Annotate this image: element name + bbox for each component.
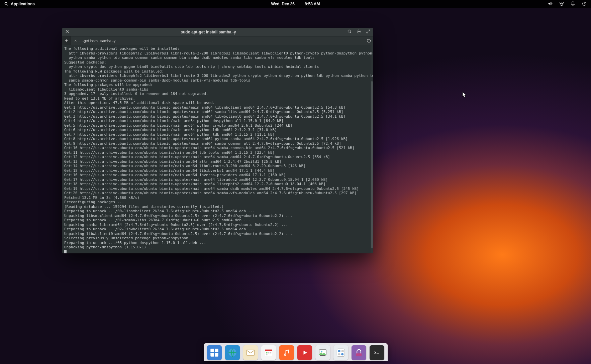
svg-rect-14 [210, 349, 214, 352]
terminal-tabbar: + × ...-get install samba -y [62, 36, 373, 45]
terminal-history-button[interactable] [365, 36, 373, 45]
svg-rect-30 [320, 355, 325, 356]
network-icon[interactable] [559, 1, 564, 7]
svg-point-32 [338, 350, 340, 352]
dock [204, 343, 388, 364]
window-close-button[interactable] [65, 29, 70, 35]
svg-rect-17 [215, 353, 218, 357]
top-panel: Applications Wed, Dec 26 8:58 AM [0, 0, 591, 8]
svg-rect-34 [337, 353, 340, 355]
svg-rect-38 [373, 349, 381, 356]
window-title: sudo apt-get install samba -y [181, 30, 236, 34]
dock-app-multitasking[interactable] [207, 345, 222, 360]
svg-rect-24 [270, 352, 271, 354]
svg-rect-3 [562, 2, 563, 3]
tab-title: ...-get install samba -y [80, 39, 116, 43]
svg-rect-31 [337, 349, 344, 356]
mouse-cursor-icon [462, 92, 467, 98]
terminal-search-button[interactable] [347, 29, 352, 35]
new-tab-button[interactable]: + [62, 36, 71, 45]
window-maximize-button[interactable] [366, 29, 371, 35]
svg-rect-19 [247, 350, 254, 355]
tab-close-button[interactable]: × [74, 38, 77, 43]
terminal-window: sudo apt-get install samba -y + × ...-ge… [62, 28, 373, 253]
svg-line-12 [367, 32, 368, 33]
terminal-output[interactable]: The following additional packages will b… [62, 45, 373, 253]
svg-point-9 [348, 30, 350, 32]
applications-label: Applications [11, 2, 35, 6]
notifications-icon[interactable] [570, 1, 576, 7]
dock-app-videos[interactable] [297, 345, 312, 360]
volume-icon[interactable] [548, 1, 553, 7]
dock-app-web-browser[interactable] [225, 345, 240, 360]
panel-time[interactable]: 8:58 AM [305, 2, 320, 6]
terminal-titlebar[interactable]: sudo apt-get install samba -y [62, 28, 373, 36]
terminal-scrollbar[interactable] [371, 45, 373, 253]
terminal-cursor [64, 250, 67, 253]
panel-date[interactable]: Wed, Dec 26 [271, 2, 294, 6]
dock-app-appcenter[interactable] [352, 345, 366, 360]
terminal-tab[interactable]: × ...-get install samba -y [71, 36, 119, 45]
power-icon[interactable] [582, 1, 587, 7]
svg-point-11 [358, 31, 360, 32]
svg-rect-22 [266, 352, 268, 354]
svg-rect-37 [356, 353, 361, 356]
svg-rect-15 [215, 349, 218, 352]
svg-rect-33 [341, 350, 344, 352]
svg-rect-21 [265, 350, 272, 351]
svg-rect-25 [266, 354, 268, 356]
dock-app-music[interactable] [279, 345, 294, 360]
svg-rect-4 [561, 4, 562, 5]
svg-point-29 [321, 351, 322, 352]
terminal-settings-button[interactable] [357, 29, 361, 35]
dock-app-calendar[interactable] [261, 345, 276, 360]
svg-rect-23 [268, 352, 269, 354]
svg-rect-16 [210, 353, 214, 357]
svg-point-35 [341, 353, 343, 355]
dock-app-terminal[interactable] [370, 345, 384, 360]
dock-app-photos[interactable] [315, 345, 330, 360]
terminal-scrollbar-thumb[interactable] [371, 81, 373, 248]
dock-app-mail[interactable] [243, 345, 258, 360]
dock-app-switchboard[interactable] [333, 345, 348, 360]
search-icon [4, 2, 9, 6]
applications-menu[interactable]: Applications [4, 2, 35, 6]
svg-rect-2 [560, 2, 561, 3]
svg-rect-26 [283, 349, 290, 356]
svg-line-1 [7, 5, 8, 6]
svg-point-0 [5, 2, 7, 5]
svg-line-13 [369, 30, 370, 31]
svg-line-10 [350, 32, 351, 33]
